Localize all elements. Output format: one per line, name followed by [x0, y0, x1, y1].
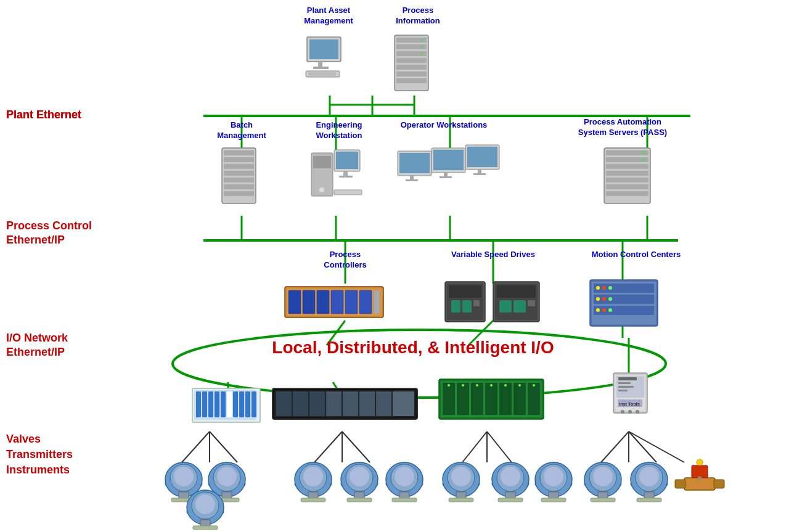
svg-rect-73: [410, 175, 414, 180]
svg-rect-39: [309, 39, 338, 59]
svg-point-159: [448, 384, 450, 387]
svg-rect-171: [618, 386, 634, 388]
svg-rect-68: [343, 171, 348, 176]
eng-ws-icon: [308, 147, 364, 208]
svg-rect-139: [252, 391, 256, 417]
svg-point-124: [608, 297, 612, 301]
transmitter-3: [182, 487, 228, 532]
svg-rect-152: [443, 383, 455, 415]
svg-point-165: [533, 384, 535, 387]
svg-rect-70: [334, 190, 362, 195]
valves-label: ValvesTransmittersInstruments: [6, 432, 73, 478]
svg-rect-88: [606, 178, 648, 182]
svg-rect-72: [399, 153, 430, 173]
svg-rect-145: [326, 391, 342, 416]
svg-rect-74: [406, 179, 418, 181]
pass-icon: [601, 147, 657, 208]
plant-ethernet-text: Plant Ethernet: [6, 108, 81, 122]
svg-rect-136: [233, 391, 238, 417]
operator-ws-icon: [395, 142, 518, 203]
svg-rect-59: [224, 171, 254, 176]
svg-rect-247: [675, 480, 685, 488]
svg-point-187: [217, 467, 237, 486]
svg-rect-104: [449, 285, 481, 298]
svg-rect-148: [376, 391, 391, 416]
svg-point-249: [697, 459, 703, 465]
svg-rect-95: [288, 290, 301, 314]
svg-rect-56: [224, 150, 254, 155]
distributed-io-icon: [271, 379, 419, 431]
svg-point-161: [476, 384, 478, 387]
svg-rect-134: [221, 391, 226, 417]
svg-rect-147: [359, 391, 375, 416]
svg-rect-231: [541, 498, 566, 502]
svg-rect-99: [345, 290, 358, 314]
svg-rect-67: [336, 152, 358, 169]
process-ctrl-label: ProcessControllers: [308, 250, 382, 271]
batch-mgmt-icon: [219, 147, 262, 208]
svg-rect-243: [637, 498, 661, 502]
svg-point-217: [451, 467, 471, 486]
svg-rect-244: [684, 478, 715, 490]
svg-rect-110: [497, 285, 536, 298]
plant-asset-icon: [301, 34, 350, 86]
svg-rect-225: [498, 498, 523, 502]
svg-rect-132: [208, 391, 213, 417]
svg-point-160: [462, 384, 464, 387]
svg-rect-77: [444, 172, 448, 177]
svg-point-162: [490, 384, 493, 387]
svg-rect-113: [528, 300, 535, 306]
svg-rect-107: [473, 300, 480, 306]
svg-rect-60: [224, 178, 254, 182]
motion-ctrl-icon: [589, 279, 663, 330]
svg-rect-246: [698, 477, 702, 479]
svg-point-120: [602, 286, 606, 290]
svg-rect-146: [343, 391, 358, 416]
svg-rect-133: [215, 391, 219, 417]
svg-point-52: [421, 39, 423, 41]
process-ctrl-icon: [284, 280, 388, 329]
svg-rect-112: [513, 300, 526, 313]
svg-rect-172: [618, 390, 628, 391]
svg-rect-89: [606, 184, 648, 189]
svg-point-181: [174, 467, 194, 486]
svg-rect-248: [714, 480, 724, 488]
svg-rect-61: [224, 184, 254, 189]
batch-mgmt-label: BatchManagement: [211, 120, 272, 141]
svg-point-193: [195, 494, 215, 514]
motion-ctrl-label: Motion Control Centers: [581, 250, 692, 260]
svg-rect-105: [451, 300, 460, 313]
svg-rect-80: [467, 147, 497, 167]
inst-tools-icon: Inst Tools: [610, 370, 653, 422]
svg-rect-81: [478, 169, 481, 174]
svg-point-125: [596, 308, 600, 312]
svg-rect-144: [309, 391, 325, 416]
svg-point-91: [642, 152, 645, 155]
svg-point-163: [504, 384, 507, 387]
svg-point-127: [608, 308, 612, 312]
svg-rect-207: [347, 498, 372, 502]
svg-point-122: [596, 297, 600, 301]
process-info-label: ProcessInformation: [381, 6, 455, 27]
svg-rect-82: [473, 173, 486, 175]
svg-rect-48: [396, 58, 427, 63]
svg-rect-137: [239, 391, 244, 417]
transmitter-10: [579, 456, 626, 508]
svg-rect-195: [193, 526, 218, 530]
svg-rect-130: [196, 391, 201, 417]
svg-rect-157: [513, 383, 526, 415]
svg-rect-245: [692, 465, 708, 478]
svg-rect-213: [392, 498, 417, 502]
svg-rect-149: [393, 391, 414, 416]
svg-point-229: [544, 467, 563, 486]
svg-rect-98: [331, 290, 343, 314]
svg-point-92: [642, 158, 645, 162]
svg-rect-135: [227, 391, 232, 417]
svg-rect-86: [606, 164, 648, 169]
svg-rect-158: [528, 383, 540, 415]
svg-rect-156: [499, 383, 512, 415]
svg-rect-57: [224, 157, 254, 162]
svg-rect-64: [313, 156, 331, 168]
svg-rect-69: [339, 176, 353, 178]
svg-rect-237: [591, 498, 615, 502]
